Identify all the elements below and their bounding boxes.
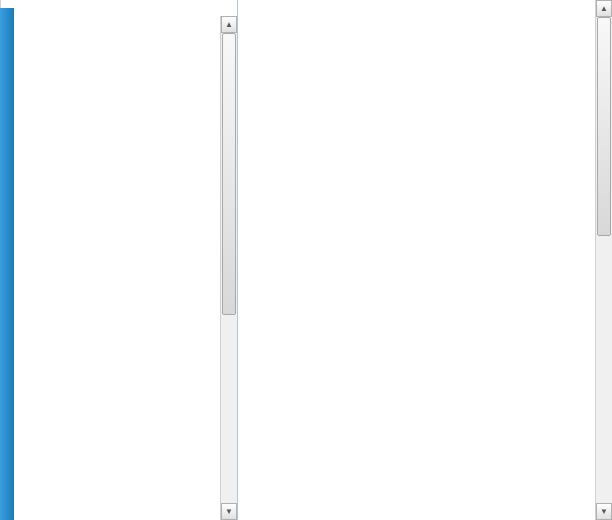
scroll-down-button[interactable]: ▼ — [596, 503, 612, 520]
scroll-down-button[interactable]: ▼ — [221, 503, 237, 520]
scroll-track[interactable] — [221, 33, 237, 503]
scroll-up-button[interactable]: ▲ — [596, 0, 612, 17]
scroll-up-button[interactable]: ▲ — [221, 16, 237, 33]
sidebar-rail-format — [0, 8, 14, 16]
scroll-thumb[interactable] — [597, 17, 611, 236]
sidebar-device-list — [14, 16, 220, 520]
sidebar-top-section — [0, 0, 237, 8]
sidebar-format-list — [14, 8, 237, 16]
sidebar-device-section: ▲ ▼ — [0, 16, 237, 520]
format-grid — [238, 0, 595, 520]
sidebar-scrollbar[interactable]: ▲ ▼ — [220, 16, 237, 520]
sidebar-rail-blank — [0, 0, 14, 8]
sidebar-top-list — [14, 0, 237, 8]
content-panel: ▲ ▼ — [237, 0, 612, 520]
sidebar-format-section — [0, 8, 237, 16]
content-scrollbar[interactable]: ▲ ▼ — [595, 0, 612, 520]
scroll-thumb[interactable] — [222, 33, 236, 315]
sidebar-rail-device — [0, 16, 14, 520]
sidebar: ▲ ▼ — [0, 0, 237, 520]
scroll-track[interactable] — [596, 17, 612, 503]
